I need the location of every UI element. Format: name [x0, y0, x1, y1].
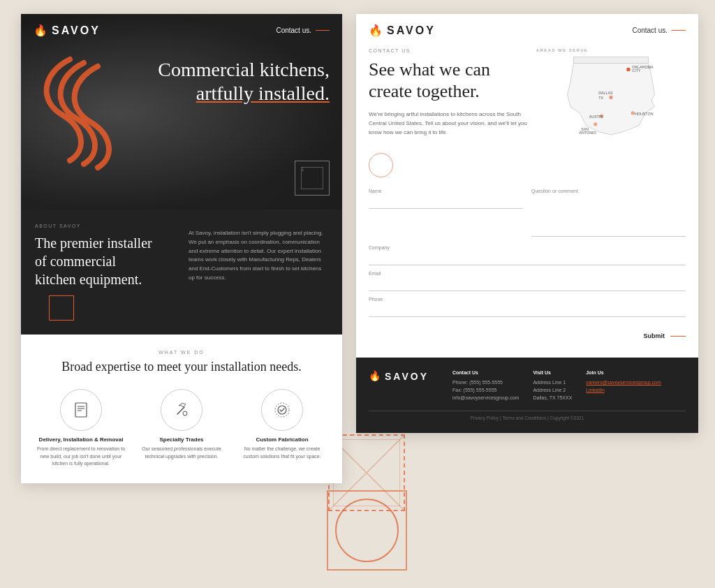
contact-heading: See what we can create together.: [369, 59, 529, 102]
service-item-3: Custom Fabrication No matter the challen…: [236, 389, 328, 468]
footer-contact-title: Contact Us: [452, 370, 519, 375]
form-group-email: Email: [369, 271, 686, 291]
service-2-icon-circle: [161, 389, 202, 431]
svg-text:CITY: CITY: [632, 68, 641, 73]
map-label: AREAS WE SERVE: [536, 48, 686, 52]
footer-section: 🔥 SAVOY Contact Us Phone: (555) 555-5555…: [356, 358, 698, 433]
service-3-title: Custom Fabrication: [236, 436, 328, 443]
svg-point-9: [626, 68, 630, 71]
about-deco-box: [49, 295, 74, 321]
footer-address1: Address Line 1: [533, 378, 572, 386]
right-nav-contact[interactable]: Contact us.: [632, 27, 686, 34]
logo-flame-icon: 🔥: [34, 24, 47, 37]
footer-phone: Phone: (555) 555-5555: [452, 378, 519, 386]
form-submit-row: Submit: [369, 323, 686, 346]
footer-col-visit: Visit Us Address Line 1 Address Line 2 D…: [533, 370, 572, 402]
map-area: AREAS WE SERVE OKLAHOMA CITY DALLAS TX: [536, 48, 686, 153]
footer-careers-link[interactable]: careers@savoyservicesgroup.com: [586, 378, 661, 386]
about-body-text: At Savoy, installation isn't simply plug…: [189, 229, 328, 283]
about-heading-line1: The premier installer: [35, 235, 152, 251]
right-logo: 🔥 SAVOY: [369, 24, 436, 37]
svg-text:AUSTIN: AUSTIN: [589, 115, 603, 119]
form-group-question: Question or comment: [531, 189, 686, 240]
form-question-input[interactable]: [531, 195, 686, 237]
submit-label: Submit: [644, 332, 665, 339]
svg-point-7: [278, 406, 286, 414]
svg-text:ANTONIO: ANTONIO: [580, 131, 596, 135]
svg-rect-2: [75, 403, 87, 417]
service-2-desc: Our seasoned professionals execute techn…: [135, 446, 228, 460]
hero-headline-line1: Commercial kitchens,: [158, 59, 330, 80]
footer-address2: Address Line 2: [533, 386, 572, 394]
page-right: 🔥 SAVOY Contact us. CONTACT US See what …: [356, 14, 698, 433]
fabrication-icon: [272, 400, 292, 420]
footer-top: 🔥 SAVOY Contact Us Phone: (555) 555-5555…: [369, 370, 686, 402]
page-left: 🔥 SAVOY Contact us. Commercial kitchens,…: [21, 14, 342, 483]
about-heading: The premier installer of commercial kitc…: [35, 234, 175, 288]
svg-point-19: [594, 122, 597, 126]
pages-container: 🔥 SAVOY Contact us. Commercial kitchens,…: [21, 14, 698, 483]
left-nav-contact[interactable]: Contact us.: [276, 27, 330, 34]
footer-flame-icon: 🔥: [369, 370, 381, 382]
services-section-label: WHAT WE DO: [35, 350, 328, 355]
right-contact-label: Contact us.: [632, 27, 668, 34]
form-company-label: Company: [369, 245, 686, 250]
service-3-icon-circle: [261, 389, 303, 431]
hero-headline: Commercial kitchens, artfully installed.: [34, 58, 330, 105]
form-group-name: Name: [369, 189, 523, 240]
right-logo-text: SAVOY: [387, 24, 436, 37]
footer-logo-text: SAVOY: [385, 371, 429, 382]
services-section: WHAT WE DO Broad expertise to meet your …: [21, 335, 342, 483]
tools-icon: [172, 400, 191, 420]
footer-col-join: Join Us careers@savoyservicesgroup.com L…: [586, 370, 661, 402]
left-logo-text: SAVOY: [52, 24, 101, 37]
contact-section-label: CONTACT US: [369, 48, 529, 53]
footer-legal: Privacy Policy | Terms and Conditions | …: [369, 416, 686, 420]
form-name-label: Name: [369, 189, 523, 193]
submit-line: [670, 336, 686, 337]
hero-section: 🔥 SAVOY Contact us. Commercial kitchens,…: [21, 14, 342, 210]
right-logo-flame-icon: 🔥: [369, 24, 383, 37]
svg-text:DALLAS: DALLAS: [598, 91, 613, 95]
form-group-phone: Phone: [369, 297, 686, 317]
contact-section: CONTACT US See what we can create togeth…: [356, 37, 698, 153]
footer-address3: Dallas, TX 75XXX: [533, 394, 572, 402]
delivery-icon: [71, 400, 91, 420]
contact-heading-line1: See what we can: [369, 59, 490, 80]
form-name-input[interactable]: [369, 197, 523, 209]
footer-col-contact: Contact Us Phone: (555) 555-5555 Fax: (5…: [452, 370, 519, 402]
footer-fax: Fax: (555) 555-5555: [452, 386, 519, 394]
form-phone-input[interactable]: [369, 305, 686, 317]
bg-bottom-square: [327, 490, 407, 571]
service-2-title: Specialty Trades: [135, 436, 228, 443]
form-group-company: Company: [369, 245, 686, 265]
form-row-name-question: Name Question or comment: [369, 189, 686, 245]
about-heading-line3: kitchen equipment.: [35, 272, 142, 287]
service-item-2: Specialty Trades Our seasoned profession…: [135, 389, 228, 468]
form-email-input[interactable]: [369, 279, 686, 291]
form-company-input[interactable]: [369, 253, 686, 265]
about-heading-line2: of commercial: [35, 253, 116, 269]
form-phone-label: Phone: [369, 297, 686, 302]
left-nav: 🔥 SAVOY Contact us.: [21, 14, 342, 37]
footer-visit-title: Visit Us: [533, 370, 572, 375]
footer-columns: Contact Us Phone: (555) 555-5555 Fax: (5…: [452, 370, 686, 402]
service-3-desc: No matter the challenge, we create custo…: [236, 446, 328, 460]
form-deco-circle: [369, 153, 393, 177]
contact-left: CONTACT US See what we can create togeth…: [369, 48, 529, 153]
footer-logo: 🔥 SAVOY: [369, 370, 438, 382]
contact-body: We're bringing artful installations to k…: [369, 110, 529, 137]
about-left: ABOUT SAVOY The premier installer of com…: [35, 223, 175, 321]
right-nav: 🔥 SAVOY Contact us.: [356, 14, 698, 37]
service-1-icon-circle: [60, 389, 102, 431]
svg-text:TX: TX: [598, 96, 603, 100]
form-submit-button[interactable]: Submit: [644, 332, 686, 339]
svg-point-12: [609, 96, 612, 99]
form-email-label: Email: [369, 271, 686, 276]
footer-join-title: Join Us: [586, 370, 661, 375]
services-grid: Delivery, Installation & Removal From di…: [35, 389, 328, 468]
footer-linkedin-link[interactable]: LinkedIn: [586, 386, 661, 394]
about-section-label: ABOUT SAVOY: [35, 223, 175, 228]
form-question-label: Question or comment: [531, 189, 686, 193]
service-1-title: Delivery, Installation & Removal: [35, 436, 127, 443]
